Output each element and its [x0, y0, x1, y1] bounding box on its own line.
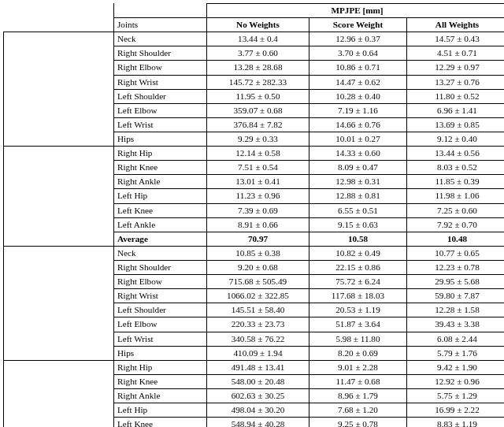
value-cell: 75.72 ± 6.24 [309, 275, 407, 289]
value-cell: 5.98 ± 11.80 [309, 332, 407, 346]
value-cell: 8.96 ± 1.79 [309, 388, 407, 403]
value-cell: 9.12 ± 0.40 [407, 132, 505, 146]
blank-over-joints [114, 4, 207, 18]
value-cell: 6.96 ± 1.41 [407, 103, 505, 117]
value-cell: 13.44 ± 0.4 [207, 32, 309, 46]
joint-name: Right Shoulder [114, 46, 207, 61]
value-cell: 10.01 ± 0.27 [309, 132, 407, 146]
value-cell: 491.48 ± 13.41 [207, 360, 309, 374]
value-cell: 12.14 ± 0.58 [207, 147, 309, 161]
value-cell: 51.87 ± 3.64 [309, 317, 407, 332]
value-cell: 10.77 ± 0.65 [407, 246, 505, 260]
joint-name: Right Elbow [114, 61, 207, 75]
value-cell: 12.28 ± 1.58 [407, 303, 505, 317]
col-header-1: Score Weight [309, 18, 407, 32]
value-cell: 9.25 ± 0.78 [309, 418, 407, 427]
joint-name: Left Wrist [114, 117, 207, 132]
value-cell: 59.80 ± 7.87 [407, 289, 505, 303]
value-cell: 117.68 ± 18.03 [309, 289, 407, 303]
value-cell: 340.58 ± 76.22 [207, 332, 309, 346]
value-cell: 410.09 ± 1.94 [207, 346, 309, 360]
value-cell: 22.15 ± 0.86 [309, 260, 407, 274]
value-cell: 12.29 ± 0.97 [407, 61, 505, 75]
mpjpe-table: MPJPE [mm]JointsNo WeightsScore WeightAl… [3, 3, 504, 427]
value-cell: 8.91 ± 0.66 [207, 217, 309, 232]
average-value: 10.48 [407, 232, 505, 246]
joint-name: Right Knee [114, 374, 207, 388]
value-cell: 11.47 ± 0.68 [309, 374, 407, 388]
joint-name: Left Wrist [114, 332, 207, 346]
value-cell: 8.03 ± 0.52 [407, 161, 505, 175]
value-cell: 12.96 ± 0.37 [309, 32, 407, 46]
value-cell: 20.53 ± 1.19 [309, 303, 407, 317]
joint-name: Right Wrist [114, 289, 207, 303]
value-cell: 12.23 ± 0.78 [407, 260, 505, 274]
value-cell: 7.92 ± 0.70 [407, 217, 505, 232]
value-cell: 3.77 ± 0.60 [207, 46, 309, 61]
value-cell: 376.84 ± 7.82 [207, 117, 309, 132]
joint-name: Right Wrist [114, 75, 207, 89]
value-cell: 548.00 ± 20.48 [207, 374, 309, 388]
value-cell: 7.39 ± 0.69 [207, 203, 309, 217]
value-cell: 7.25 ± 0.60 [407, 203, 505, 217]
value-cell: 7.19 ± 1.16 [309, 103, 407, 117]
value-cell: 14.57 ± 0.43 [407, 32, 505, 46]
value-cell: 11.80 ± 0.52 [407, 89, 505, 103]
col-header-2: All Weights [407, 18, 505, 32]
value-cell: 13.44 ± 0.56 [407, 147, 505, 161]
value-cell: 1066.02 ± 322.85 [207, 289, 309, 303]
value-cell: 16.99 ± 2.22 [407, 403, 505, 418]
value-cell: 12.98 ± 0.31 [309, 175, 407, 189]
joint-name: Left Shoulder [114, 89, 207, 103]
value-cell: 13.01 ± 0.41 [207, 175, 309, 189]
value-cell: 9.42 ± 1.90 [407, 360, 505, 374]
value-cell: 11.98 ± 1.06 [407, 189, 505, 203]
value-cell: 14.33 ± 0.60 [309, 147, 407, 161]
value-cell: 8.83 ± 1.19 [407, 418, 505, 427]
value-cell: 13.28 ± 28.68 [207, 61, 309, 75]
joint-name: Left Hip [114, 189, 207, 203]
value-cell: 3.70 ± 0.64 [309, 46, 407, 61]
joints-header: Joints [114, 18, 207, 32]
scene-cell [4, 32, 114, 147]
value-cell: 14.47 ± 0.62 [309, 75, 407, 89]
metric-header: MPJPE [mm] [207, 4, 505, 18]
value-cell: 13.27 ± 0.76 [407, 75, 505, 89]
value-cell: 7.68 ± 1.20 [309, 403, 407, 418]
value-cell: 6.55 ± 0.51 [309, 203, 407, 217]
value-cell: 9.01 ± 2.28 [309, 360, 407, 374]
value-cell: 715.68 ± 505.49 [207, 275, 309, 289]
scene-cell [4, 360, 114, 427]
value-cell: 220.33 ± 23.73 [207, 317, 309, 332]
value-cell: 145.51 ± 58.40 [207, 303, 309, 317]
joint-name: Right Ankle [114, 175, 207, 189]
joint-name: Right Hip [114, 360, 207, 374]
joint-name: Right Shoulder [114, 260, 207, 274]
joint-name: Neck [114, 32, 207, 46]
joint-name: Left Elbow [114, 317, 207, 332]
value-cell: 8.09 ± 0.47 [309, 161, 407, 175]
value-cell: 9.29 ± 0.33 [207, 132, 309, 146]
value-cell: 39.43 ± 3.38 [407, 317, 505, 332]
joint-name: Left Knee [114, 418, 207, 427]
scene-cell [4, 246, 114, 360]
value-cell: 7.51 ± 0.54 [207, 161, 309, 175]
value-cell: 13.69 ± 0.85 [407, 117, 505, 132]
value-cell: 10.28 ± 0.40 [309, 89, 407, 103]
value-cell: 10.82 ± 0.49 [309, 246, 407, 260]
value-cell: 9.15 ± 0.63 [309, 217, 407, 232]
joint-name: Left Elbow [114, 103, 207, 117]
joint-name: Hips [114, 132, 207, 146]
value-cell: 12.92 ± 0.96 [407, 374, 505, 388]
joint-name: Neck [114, 246, 207, 260]
value-cell: 5.79 ± 1.76 [407, 346, 505, 360]
joint-name: Right Hip [114, 147, 207, 161]
value-cell: 11.95 ± 0.50 [207, 89, 309, 103]
value-cell: 12.88 ± 0.81 [309, 189, 407, 203]
value-cell: 602.63 ± 30.25 [207, 388, 309, 403]
value-cell: 10.86 ± 0.71 [309, 61, 407, 75]
value-cell: 10.85 ± 0.38 [207, 246, 309, 260]
average-label: Average [114, 232, 207, 246]
col-header-0: No Weights [207, 18, 309, 32]
value-cell: 4.51 ± 0.71 [407, 46, 505, 61]
